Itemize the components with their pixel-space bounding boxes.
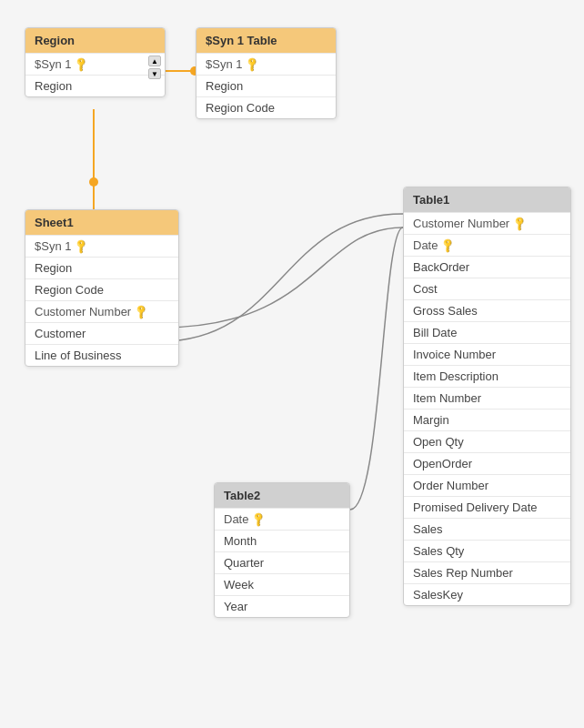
table2-field-month: Month [215, 530, 349, 551]
table1-field-date: Date 🔑 [404, 234, 570, 256]
table1-field-openorder: OpenOrder [404, 452, 570, 474]
table1-field-invoicenumber: Invoice Number [404, 343, 570, 365]
table1-field-salesrepnumber: Sales Rep Number [404, 561, 570, 583]
sheet1-header: Sheet1 [25, 210, 178, 235]
region-field-region: Region [25, 75, 165, 96]
key-icon-table1-customer: 🔑 [511, 215, 529, 232]
table2-field-week: Week [215, 573, 349, 595]
region-field-syn1: $Syn 1 🔑 [25, 53, 165, 75]
table1-field-itemnumber: Item Number [404, 387, 570, 409]
table1-field-itemdescription: Item Description [404, 365, 570, 387]
table1-field-margin: Margin [404, 409, 570, 430]
scroll-up-btn[interactable]: ▲ [148, 56, 161, 66]
syn1-table-field-syn1: $Syn 1 🔑 [196, 53, 336, 75]
sheet1-field-region: Region [25, 257, 178, 278]
table1-field-salesqty: Sales Qty [404, 540, 570, 561]
key-icon-sheet1-customer: 🔑 [133, 303, 150, 320]
syn1-table-node[interactable]: $Syn 1 Table $Syn 1 🔑 Region Region Code [196, 27, 337, 119]
region-node[interactable]: Region $Syn 1 🔑 Region ▲ ▼ [25, 27, 166, 97]
table1-field-sales: Sales [404, 518, 570, 540]
table1-field-openqty: Open Qty [404, 430, 570, 452]
scroll-indicator[interactable]: ▲ ▼ [148, 56, 161, 79]
key-icon-table2-date: 🔑 [250, 511, 267, 528]
table1-node[interactable]: Table1 Customer Number 🔑 Date 🔑 BackOrde… [403, 187, 571, 606]
table2-node[interactable]: Table2 Date 🔑 Month Quarter Week Year [214, 482, 350, 618]
syn1-table-field-region: Region [196, 75, 336, 96]
key-icon-sheet1-syn1: 🔑 [73, 238, 90, 255]
key-icon-syn1: 🔑 [244, 56, 261, 73]
region-header: Region [25, 28, 165, 53]
syn1-table-field-regioncode: Region Code [196, 96, 336, 118]
key-icon: 🔑 [73, 56, 90, 73]
table2-field-quarter: Quarter [215, 551, 349, 573]
svg-point-2 [89, 177, 98, 187]
table2-header: Table2 [215, 483, 349, 508]
table1-field-backorder: BackOrder [404, 256, 570, 278]
table1-field-promiseddelivery: Promised Delivery Date [404, 496, 570, 518]
table1-field-ordernumber: Order Number [404, 474, 570, 496]
syn1-table-header: $Syn 1 Table [196, 28, 336, 53]
table1-field-grosssales: Gross Sales [404, 299, 570, 321]
table1-field-cost: Cost [404, 278, 570, 299]
sheet1-field-syn1: $Syn 1 🔑 [25, 235, 178, 257]
table1-header: Table1 [404, 187, 570, 212]
sheet1-node[interactable]: Sheet1 $Syn 1 🔑 Region Region Code Custo… [25, 209, 179, 367]
table1-field-saleskey: SalesKey [404, 583, 570, 605]
table2-field-year: Year [215, 595, 349, 617]
table1-field-customernumber: Customer Number 🔑 [404, 212, 570, 234]
key-icon-table1-date: 🔑 [439, 237, 457, 254]
scroll-down-btn[interactable]: ▼ [148, 68, 161, 79]
table1-field-billdate: Bill Date [404, 321, 570, 343]
sheet1-field-lineofbusiness: Line of Business [25, 344, 178, 366]
diagram-canvas: Region $Syn 1 🔑 Region ▲ ▼ $Syn 1 Table … [0, 0, 584, 728]
sheet1-field-regioncode: Region Code [25, 278, 178, 300]
sheet1-field-customernumber: Customer Number 🔑 [25, 300, 178, 322]
table2-field-date: Date 🔑 [215, 508, 349, 530]
sheet1-field-customer: Customer [25, 322, 178, 344]
